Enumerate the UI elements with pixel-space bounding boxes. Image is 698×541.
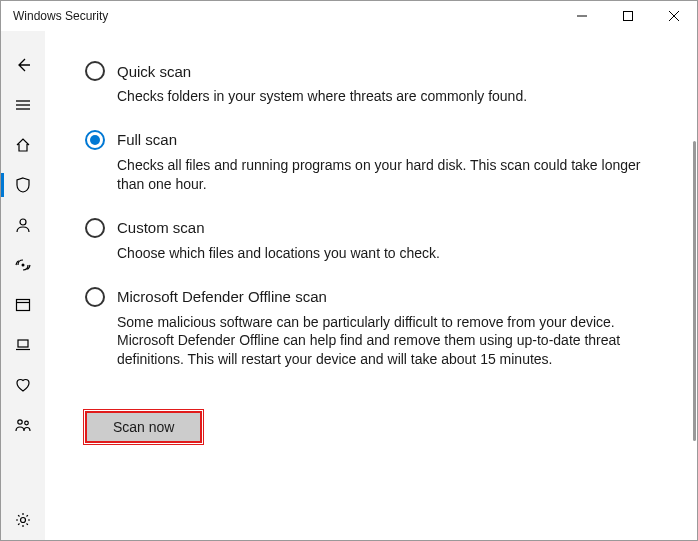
gear-icon: [14, 511, 32, 529]
menu-button[interactable]: [1, 85, 45, 125]
option-full-scan: Full scan Checks all files and running p…: [85, 130, 657, 194]
sidebar-item-device-performance[interactable]: [1, 365, 45, 405]
svg-point-8: [22, 264, 25, 267]
network-icon: [14, 256, 32, 274]
option-description: Choose which files and locations you wan…: [117, 244, 647, 263]
scan-now-button[interactable]: Scan now: [85, 411, 202, 443]
radio-icon: [85, 287, 105, 307]
svg-rect-9: [17, 300, 30, 311]
radio-quick-scan[interactable]: Quick scan: [85, 61, 657, 81]
option-title: Quick scan: [117, 63, 191, 80]
back-button[interactable]: [1, 45, 45, 85]
sidebar-item-family-options[interactable]: [1, 405, 45, 445]
radio-icon: [85, 218, 105, 238]
titlebar-controls: [559, 1, 697, 31]
svg-point-13: [18, 420, 22, 424]
titlebar: Windows Security: [1, 1, 697, 31]
sidebar-item-firewall[interactable]: [1, 245, 45, 285]
radio-custom-scan[interactable]: Custom scan: [85, 218, 657, 238]
sidebar-item-virus-protection[interactable]: [1, 165, 45, 205]
option-title: Full scan: [117, 131, 177, 148]
radio-icon: [85, 61, 105, 81]
svg-point-7: [20, 219, 26, 225]
svg-rect-1: [624, 12, 633, 21]
option-title: Custom scan: [117, 219, 205, 236]
window-title: Windows Security: [13, 9, 108, 23]
radio-full-scan[interactable]: Full scan: [85, 130, 657, 150]
option-title: Microsoft Defender Offline scan: [117, 288, 327, 305]
browser-icon: [14, 296, 32, 314]
option-quick-scan: Quick scan Checks folders in your system…: [85, 61, 657, 106]
sidebar-item-home[interactable]: [1, 125, 45, 165]
maximize-button[interactable]: [605, 1, 651, 31]
sidebar-item-account-protection[interactable]: [1, 205, 45, 245]
heart-icon: [14, 376, 32, 394]
option-offline-scan: Microsoft Defender Offline scan Some mal…: [85, 287, 657, 370]
sidebar-item-device-security[interactable]: [1, 325, 45, 365]
people-icon: [14, 416, 32, 434]
laptop-icon: [14, 336, 32, 354]
sidebar-item-app-browser-control[interactable]: [1, 285, 45, 325]
scan-options: Quick scan Checks folders in your system…: [85, 61, 657, 443]
svg-rect-11: [18, 340, 28, 347]
radio-icon: [85, 130, 105, 150]
minimize-button[interactable]: [559, 1, 605, 31]
person-icon: [14, 216, 32, 234]
shield-icon: [14, 176, 32, 194]
hamburger-icon: [14, 96, 32, 114]
app-body: Quick scan Checks folders in your system…: [1, 31, 697, 540]
option-custom-scan: Custom scan Choose which files and locat…: [85, 218, 657, 263]
svg-point-14: [25, 421, 29, 425]
option-description: Checks folders in your system where thre…: [117, 87, 647, 106]
svg-point-15: [21, 518, 26, 523]
content-area: Quick scan Checks folders in your system…: [45, 31, 697, 540]
sidebar: [1, 31, 45, 540]
sidebar-item-settings[interactable]: [1, 500, 45, 540]
radio-offline-scan[interactable]: Microsoft Defender Offline scan: [85, 287, 657, 307]
scrollbar[interactable]: [693, 31, 697, 540]
home-icon: [14, 136, 32, 154]
option-description: Some malicious software can be particula…: [117, 313, 647, 370]
close-button[interactable]: [651, 1, 697, 31]
option-description: Checks all files and running programs on…: [117, 156, 647, 194]
back-arrow-icon: [14, 56, 32, 74]
scrollbar-thumb[interactable]: [693, 141, 696, 441]
